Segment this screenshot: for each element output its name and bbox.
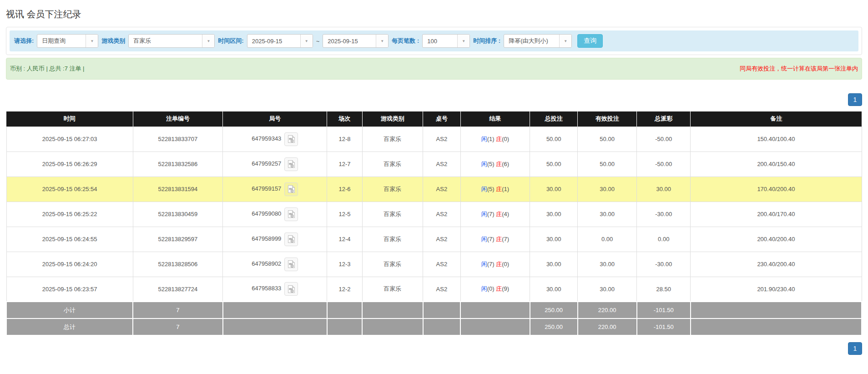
result-cell: 闲(5) 庄(6) xyxy=(460,152,530,177)
video-replay-button[interactable] xyxy=(284,258,298,271)
result-banker-label: 庄 xyxy=(496,136,502,142)
video-replay-button[interactable] xyxy=(284,282,298,296)
summary-empty-cell xyxy=(460,318,530,335)
remark-cell: 150.40/100.40 xyxy=(691,126,862,152)
video-replay-button[interactable] xyxy=(284,157,298,171)
round-id-cell: 647959343 xyxy=(223,126,327,152)
game-type-cell: 百家乐 xyxy=(362,202,423,227)
bet-time-cell: 2025-09-15 06:23:57 xyxy=(6,277,133,302)
column-header: 桌号 xyxy=(423,111,461,126)
valid-bet-cell: 30.00 xyxy=(578,177,637,202)
page-button-1[interactable]: 1 xyxy=(848,342,862,355)
table-no-cell: AS2 xyxy=(423,202,461,227)
game-type-cell: 百家乐 xyxy=(362,277,423,302)
total-bet-cell: 50.00 xyxy=(530,126,578,152)
valid-bet-cell: 0.00 xyxy=(578,227,637,252)
game-type-cell: 百家乐 xyxy=(362,152,423,177)
page-size-select[interactable]: 100 ▼ xyxy=(422,34,470,48)
page-button-1[interactable]: 1 xyxy=(848,93,862,106)
session-cell: 12-8 xyxy=(327,126,362,152)
result-banker-label: 庄 xyxy=(496,186,502,192)
table-footer: 小计7250.00220.00-101.50总计7250.00220.00-10… xyxy=(6,302,862,335)
session-cell: 12-5 xyxy=(327,202,362,227)
table-row: 2025-09-15 06:25:54522813831594647959157… xyxy=(6,177,862,202)
round-id-cell: 647959080 xyxy=(223,202,327,227)
summary-empty-cell xyxy=(223,318,327,335)
table-summary-row: 小计7250.00220.00-101.50 xyxy=(6,302,862,318)
result-player-label: 闲 xyxy=(481,186,487,192)
column-header: 备注 xyxy=(691,111,862,126)
result-cell: 闲(7) 庄(0) xyxy=(460,252,530,277)
total-bet-cell: 30.00 xyxy=(530,202,578,227)
summary-total-bet-cell: 250.00 xyxy=(530,318,578,335)
pagination-top: 1 xyxy=(6,93,862,106)
round-id: 647958999 xyxy=(252,235,281,242)
valid-bet-cell: 50.00 xyxy=(578,126,637,152)
game-type-cell: 百家乐 xyxy=(362,227,423,252)
date-to-select[interactable]: 2025-09-15 ▼ xyxy=(323,34,389,48)
result-banker-label: 庄 xyxy=(496,261,502,268)
query-type-select[interactable]: 日期查询 ▼ xyxy=(37,34,98,48)
bet-time-cell: 2025-09-15 06:27:03 xyxy=(6,126,133,152)
summary-empty-cell xyxy=(423,318,461,335)
chevron-down-icon: ▼ xyxy=(376,35,388,47)
column-header: 有效投注 xyxy=(578,111,637,126)
date-range-separator: ~ xyxy=(316,38,320,45)
payout-cell: -50.00 xyxy=(637,152,691,177)
round-id-cell: 647959157 xyxy=(223,177,327,202)
result-banker-label: 庄 xyxy=(496,236,502,243)
sort-order-label: 时间排序 : xyxy=(473,37,500,45)
summary-empty-cell xyxy=(423,302,461,318)
column-header: 注单编号 xyxy=(133,111,222,126)
table-row: 2025-09-15 06:25:22522813830459647959080… xyxy=(6,202,862,227)
video-replay-button[interactable] xyxy=(284,232,298,246)
bet-time-cell: 2025-09-15 06:25:22 xyxy=(6,202,133,227)
search-button[interactable]: 查询 xyxy=(577,34,603,48)
table-body: 2025-09-15 06:27:03522813833707647959343… xyxy=(6,126,862,302)
video-replay-button[interactable] xyxy=(284,182,298,196)
date-range-label: 时间区间: xyxy=(218,37,243,45)
payout-cell: -50.00 xyxy=(637,126,691,152)
result-player-label: 闲 xyxy=(481,285,487,292)
bet-time-cell: 2025-09-15 06:25:54 xyxy=(6,177,133,202)
round-id-cell: 647958833 xyxy=(223,277,327,302)
round-id-cell: 647959257 xyxy=(223,152,327,177)
date-from-select[interactable]: 2025-09-15 ▼ xyxy=(247,34,313,48)
remark-cell: 230.40/200.40 xyxy=(691,252,862,277)
result-banker-score: (0) xyxy=(502,261,509,268)
chevron-down-icon: ▼ xyxy=(559,35,571,47)
table-no-cell: AS2 xyxy=(423,277,461,302)
bet-id-cell: 522813829597 xyxy=(133,227,222,252)
result-banker-score: (6) xyxy=(502,161,509,167)
result-cell: 闲(0) 庄(9) xyxy=(460,277,530,302)
summary-empty-cell xyxy=(327,318,362,335)
remark-cell: 200.40/150.40 xyxy=(691,152,862,177)
game-type-cell: 百家乐 xyxy=(362,177,423,202)
result-banker-label: 庄 xyxy=(496,161,502,167)
game-type-select[interactable]: 百家乐 ▼ xyxy=(128,34,215,48)
remark-cell: 200.40/170.40 xyxy=(691,202,862,227)
video-replay-icon xyxy=(288,260,295,268)
video-replay-button[interactable] xyxy=(284,207,298,221)
bet-id-cell: 522813828506 xyxy=(133,252,222,277)
result-player-score: (0) xyxy=(487,285,495,292)
bet-id-cell: 522813831594 xyxy=(133,177,222,202)
table-row: 2025-09-15 06:24:55522813829597647958999… xyxy=(6,227,862,252)
chevron-down-icon: ▼ xyxy=(300,35,313,47)
game-type-value: 百家乐 xyxy=(129,37,156,45)
game-type-label: 游戏类别 xyxy=(101,37,125,45)
summary-payout-cell: -101.50 xyxy=(637,318,691,335)
result-cell: 闲(7) 庄(4) xyxy=(460,202,530,227)
video-replay-button[interactable] xyxy=(284,132,298,146)
summary-count-cell: 7 xyxy=(133,302,222,318)
video-replay-icon xyxy=(288,285,295,293)
round-id: 647958902 xyxy=(252,260,281,267)
round-id-cell: 647958999 xyxy=(223,227,327,252)
session-cell: 12-7 xyxy=(327,152,362,177)
remark-cell: 200.40/200.40 xyxy=(691,227,862,252)
result-banker-score: (1) xyxy=(502,186,509,192)
column-header: 游戏类别 xyxy=(362,111,423,126)
summary-bar: 币别 : 人民币 | 总共 :7 注单 | 同局有效投注，统一计算在该局第一张注… xyxy=(6,58,862,80)
total-bet-cell: 30.00 xyxy=(530,227,578,252)
sort-order-select[interactable]: 降幂(由大到小) ▼ xyxy=(504,34,572,48)
